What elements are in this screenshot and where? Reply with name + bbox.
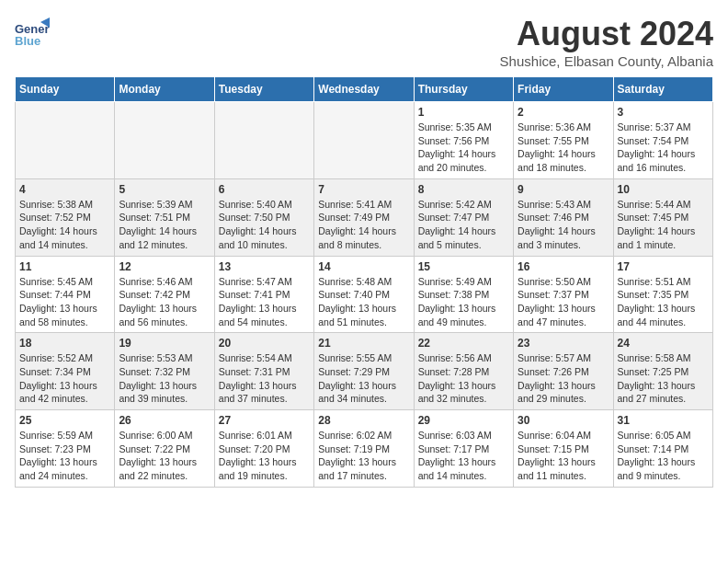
day-info: Sunrise: 5:37 AM Sunset: 7:54 PM Dayligh…: [618, 121, 709, 175]
day-number: 16: [518, 260, 609, 273]
day-number: 17: [618, 260, 709, 273]
day-number: 23: [518, 337, 609, 350]
day-number: 4: [19, 183, 110, 196]
day-cell-16: 16Sunrise: 5:50 AM Sunset: 7:37 PM Dayli…: [514, 256, 613, 333]
logo-icon: General Blue: [15, 15, 50, 50]
day-cell-8: 8Sunrise: 5:42 AM Sunset: 7:47 PM Daylig…: [414, 178, 513, 256]
day-info: Sunrise: 5:58 AM Sunset: 7:25 PM Dayligh…: [618, 351, 709, 406]
day-number: 30: [518, 414, 609, 427]
day-info: Sunrise: 6:05 AM Sunset: 7:14 PM Dayligh…: [618, 429, 709, 483]
day-number: 3: [618, 106, 709, 119]
day-info: Sunrise: 5:57 AM Sunset: 7:26 PM Dayligh…: [518, 351, 609, 406]
day-info: Sunrise: 5:45 AM Sunset: 7:44 PM Dayligh…: [19, 275, 110, 329]
weekday-header-thursday: Thursday: [414, 77, 513, 102]
day-number: 18: [19, 337, 110, 350]
weekday-header-saturday: Saturday: [613, 77, 712, 102]
day-info: Sunrise: 5:51 AM Sunset: 7:35 PM Dayligh…: [618, 275, 709, 329]
day-number: 21: [318, 337, 409, 350]
day-cell-1: 1Sunrise: 5:35 AM Sunset: 7:56 PM Daylig…: [414, 102, 513, 179]
svg-text:Blue: Blue: [15, 34, 40, 48]
empty-cell: [16, 102, 115, 179]
week-row-4: 18Sunrise: 5:52 AM Sunset: 7:34 PM Dayli…: [16, 333, 713, 410]
day-number: 2: [518, 106, 609, 119]
weekday-header-sunday: Sunday: [16, 77, 115, 102]
day-cell-24: 24Sunrise: 5:58 AM Sunset: 7:25 PM Dayli…: [613, 333, 712, 410]
day-info: Sunrise: 5:46 AM Sunset: 7:42 PM Dayligh…: [119, 275, 210, 329]
day-cell-10: 10Sunrise: 5:44 AM Sunset: 7:45 PM Dayli…: [613, 178, 712, 256]
day-number: 13: [219, 260, 310, 273]
day-cell-19: 19Sunrise: 5:53 AM Sunset: 7:32 PM Dayli…: [115, 333, 214, 410]
logo: General Blue: [15, 15, 50, 50]
day-cell-13: 13Sunrise: 5:47 AM Sunset: 7:41 PM Dayli…: [214, 256, 313, 333]
day-info: Sunrise: 6:00 AM Sunset: 7:22 PM Dayligh…: [119, 429, 210, 483]
day-cell-5: 5Sunrise: 5:39 AM Sunset: 7:51 PM Daylig…: [115, 178, 214, 256]
day-number: 14: [318, 260, 409, 273]
day-cell-4: 4Sunrise: 5:38 AM Sunset: 7:52 PM Daylig…: [16, 178, 115, 256]
weekday-header-row: SundayMondayTuesdayWednesdayThursdayFrid…: [16, 77, 713, 102]
day-cell-12: 12Sunrise: 5:46 AM Sunset: 7:42 PM Dayli…: [115, 256, 214, 333]
day-info: Sunrise: 5:59 AM Sunset: 7:23 PM Dayligh…: [19, 429, 110, 483]
day-info: Sunrise: 5:38 AM Sunset: 7:52 PM Dayligh…: [19, 198, 110, 252]
day-number: 31: [618, 414, 709, 427]
day-info: Sunrise: 5:44 AM Sunset: 7:45 PM Dayligh…: [618, 198, 709, 252]
day-cell-28: 28Sunrise: 6:02 AM Sunset: 7:19 PM Dayli…: [314, 410, 414, 488]
day-number: 11: [19, 260, 110, 273]
day-cell-18: 18Sunrise: 5:52 AM Sunset: 7:34 PM Dayli…: [16, 333, 115, 410]
page-subtitle: Shushice, Elbasan County, Albania: [500, 53, 713, 69]
day-number: 8: [418, 183, 509, 196]
day-info: Sunrise: 5:49 AM Sunset: 7:38 PM Dayligh…: [418, 275, 509, 329]
day-info: Sunrise: 5:50 AM Sunset: 7:37 PM Dayligh…: [518, 275, 609, 329]
day-number: 27: [219, 414, 310, 427]
header: General Blue August 2024 Shushice, Elbas…: [15, 15, 713, 69]
day-cell-27: 27Sunrise: 6:01 AM Sunset: 7:20 PM Dayli…: [214, 410, 313, 488]
day-cell-3: 3Sunrise: 5:37 AM Sunset: 7:54 PM Daylig…: [613, 102, 712, 179]
day-info: Sunrise: 5:56 AM Sunset: 7:28 PM Dayligh…: [418, 351, 509, 406]
day-info: Sunrise: 5:36 AM Sunset: 7:55 PM Dayligh…: [518, 121, 609, 175]
day-number: 9: [518, 183, 609, 196]
empty-cell: [214, 102, 313, 179]
day-info: Sunrise: 5:39 AM Sunset: 7:51 PM Dayligh…: [119, 198, 210, 252]
day-cell-31: 31Sunrise: 6:05 AM Sunset: 7:14 PM Dayli…: [613, 410, 712, 488]
day-number: 10: [618, 183, 709, 196]
day-number: 5: [119, 183, 210, 196]
week-row-2: 4Sunrise: 5:38 AM Sunset: 7:52 PM Daylig…: [16, 178, 713, 256]
day-info: Sunrise: 5:55 AM Sunset: 7:29 PM Dayligh…: [318, 351, 409, 406]
weekday-header-wednesday: Wednesday: [314, 77, 414, 102]
day-info: Sunrise: 5:52 AM Sunset: 7:34 PM Dayligh…: [19, 351, 110, 406]
day-info: Sunrise: 5:35 AM Sunset: 7:56 PM Dayligh…: [418, 121, 509, 175]
day-number: 25: [19, 414, 110, 427]
day-info: Sunrise: 6:04 AM Sunset: 7:15 PM Dayligh…: [518, 429, 609, 483]
day-cell-20: 20Sunrise: 5:54 AM Sunset: 7:31 PM Dayli…: [214, 333, 313, 410]
day-number: 24: [618, 337, 709, 350]
day-info: Sunrise: 5:53 AM Sunset: 7:32 PM Dayligh…: [119, 351, 210, 406]
day-cell-25: 25Sunrise: 5:59 AM Sunset: 7:23 PM Dayli…: [16, 410, 115, 488]
calendar: SundayMondayTuesdayWednesdayThursdayFrid…: [15, 76, 713, 488]
day-cell-26: 26Sunrise: 6:00 AM Sunset: 7:22 PM Dayli…: [115, 410, 214, 488]
day-info: Sunrise: 5:41 AM Sunset: 7:49 PM Dayligh…: [318, 198, 409, 252]
day-info: Sunrise: 6:03 AM Sunset: 7:17 PM Dayligh…: [418, 429, 509, 483]
day-number: 19: [119, 337, 210, 350]
day-cell-15: 15Sunrise: 5:49 AM Sunset: 7:38 PM Dayli…: [414, 256, 513, 333]
week-row-1: 1Sunrise: 5:35 AM Sunset: 7:56 PM Daylig…: [16, 102, 713, 179]
weekday-header-tuesday: Tuesday: [214, 77, 313, 102]
day-number: 1: [418, 106, 509, 119]
day-cell-30: 30Sunrise: 6:04 AM Sunset: 7:15 PM Dayli…: [514, 410, 613, 488]
day-info: Sunrise: 5:54 AM Sunset: 7:31 PM Dayligh…: [219, 351, 310, 406]
title-area: August 2024 Shushice, Elbasan County, Al…: [500, 15, 713, 69]
page-title: August 2024: [500, 15, 713, 53]
weekday-header-friday: Friday: [514, 77, 613, 102]
day-info: Sunrise: 6:02 AM Sunset: 7:19 PM Dayligh…: [318, 429, 409, 483]
day-number: 29: [418, 414, 509, 427]
day-cell-6: 6Sunrise: 5:40 AM Sunset: 7:50 PM Daylig…: [214, 178, 313, 256]
day-cell-11: 11Sunrise: 5:45 AM Sunset: 7:44 PM Dayli…: [16, 256, 115, 333]
day-cell-23: 23Sunrise: 5:57 AM Sunset: 7:26 PM Dayli…: [514, 333, 613, 410]
day-cell-22: 22Sunrise: 5:56 AM Sunset: 7:28 PM Dayli…: [414, 333, 513, 410]
day-cell-14: 14Sunrise: 5:48 AM Sunset: 7:40 PM Dayli…: [314, 256, 414, 333]
day-number: 12: [119, 260, 210, 273]
day-number: 26: [119, 414, 210, 427]
day-number: 20: [219, 337, 310, 350]
day-cell-2: 2Sunrise: 5:36 AM Sunset: 7:55 PM Daylig…: [514, 102, 613, 179]
empty-cell: [115, 102, 214, 179]
week-row-5: 25Sunrise: 5:59 AM Sunset: 7:23 PM Dayli…: [16, 410, 713, 488]
empty-cell: [314, 102, 414, 179]
